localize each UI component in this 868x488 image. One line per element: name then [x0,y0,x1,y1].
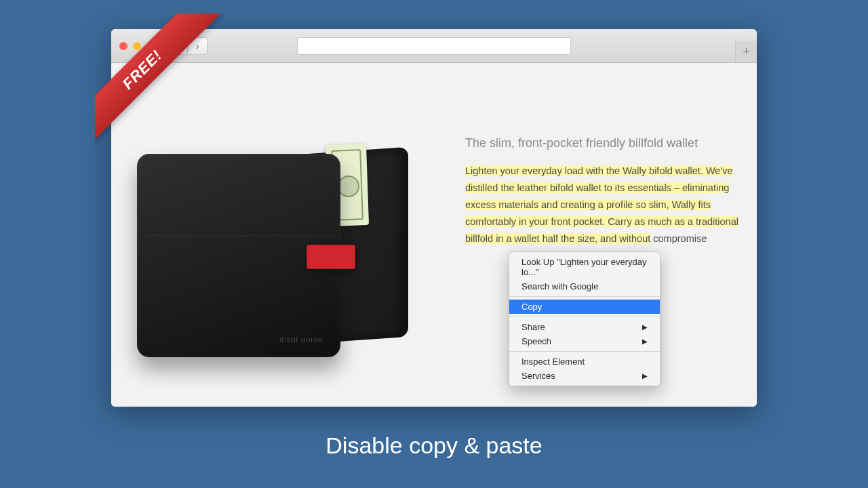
product-image: distil union [130,144,415,361]
selected-text: Lighten your everyday load with the Wall… [465,165,738,244]
menu-item-search[interactable]: Search with Google [509,279,660,293]
minimize-window-icon[interactable] [133,42,141,50]
menu-separator [509,351,660,352]
description-tail: compromise [653,233,707,244]
product-description[interactable]: Lighten your everyday load with the Wall… [465,163,740,247]
menu-item-share[interactable]: Share▶ [509,320,660,334]
menu-separator [509,317,660,317]
menu-separator [509,296,660,297]
submenu-arrow-icon: ▶ [642,323,648,331]
plus-icon: + [743,45,750,59]
page-content: distil union The slim, front-pocket frie… [111,63,757,407]
nav-buttons: ‹ › [167,37,208,55]
forward-button[interactable]: › [187,37,208,55]
browser-titlebar: ‹ › + [111,29,757,63]
submenu-arrow-icon: ▶ [642,338,648,345]
new-tab-button[interactable]: + [735,41,757,62]
menu-item-speech[interactable]: Speech▶ [509,334,660,348]
menu-item-services[interactable]: Services▶ [509,369,660,383]
browser-window: ‹ › + distil union The slim, front-pocke… [111,29,757,407]
close-window-icon[interactable] [119,42,127,50]
brand-emboss: distil union [279,336,323,344]
product-heading: The slim, front-pocket friendly billfold… [465,136,740,150]
menu-item-copy[interactable]: Copy [509,300,660,314]
back-button[interactable]: ‹ [167,37,187,55]
window-controls [119,42,155,50]
wallet-pull-tab [307,245,355,269]
menu-item-lookup[interactable]: Look Up "Lighten your everyday lo..." [509,255,660,279]
url-input[interactable] [297,37,571,55]
product-text: The slim, front-pocket friendly billfold… [465,136,740,247]
chevron-left-icon: ‹ [176,41,179,52]
context-menu: Look Up "Lighten your everyday lo..." Se… [509,251,660,386]
menu-item-inspect[interactable]: Inspect Element [509,354,660,369]
chevron-right-icon: › [196,41,199,52]
caption: Disable copy & paste [0,432,868,459]
submenu-arrow-icon: ▶ [642,372,648,380]
maximize-window-icon[interactable] [146,42,155,50]
